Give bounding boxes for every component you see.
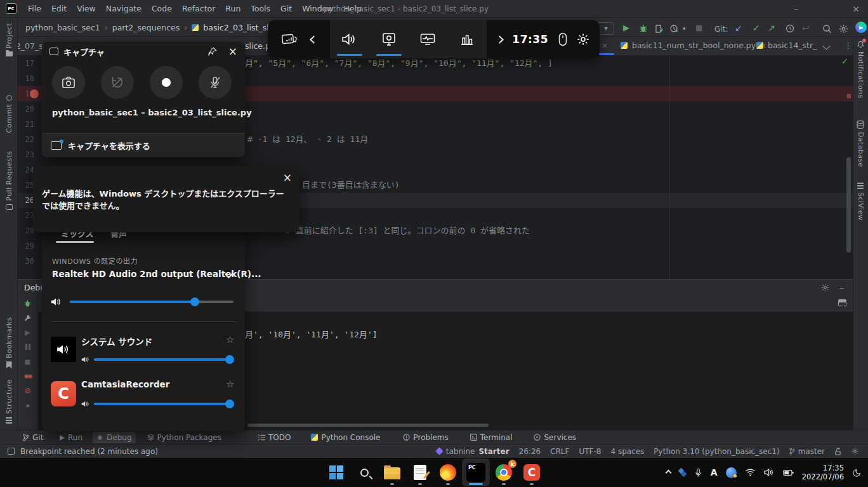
favorite-star-icon[interactable]: ☆ bbox=[226, 379, 234, 390]
widget-menu-icon[interactable] bbox=[281, 32, 298, 46]
search-everywhere-button[interactable] bbox=[822, 24, 832, 34]
stop-button[interactable]: ■ bbox=[695, 23, 702, 32]
close-button[interactable]: × bbox=[846, 0, 865, 18]
breadcrumb-project[interactable]: python_basic_sec1 bbox=[25, 23, 100, 32]
tray-sync-icon[interactable] bbox=[679, 469, 686, 476]
stripe-pull-requests[interactable]: Pull Requests bbox=[0, 151, 18, 210]
stripe-notifications[interactable]: Notifications bbox=[853, 40, 868, 98]
mic-muted-button[interactable] bbox=[199, 66, 232, 99]
toolbtn-python-packages[interactable]: Python Packages bbox=[143, 432, 225, 443]
wifi-icon[interactable] bbox=[745, 468, 756, 477]
toolbtn-problems[interactable]: Problems bbox=[399, 432, 452, 443]
run-config-dropdown[interactable]: ▾ bbox=[598, 22, 614, 35]
resume-program-icon[interactable]: ▶ bbox=[23, 328, 32, 337]
run-more-caret[interactable]: ▾ bbox=[683, 25, 686, 32]
file-encoding[interactable]: UTF-8 bbox=[579, 447, 601, 456]
git-push-button[interactable]: ↗ bbox=[768, 23, 775, 33]
run-button[interactable]: ▶ bbox=[623, 23, 629, 32]
caret-position[interactable]: 26:26 bbox=[519, 447, 541, 456]
stripe-commit[interactable]: Commit bbox=[0, 95, 18, 133]
taskbar-pycharm-button[interactable]: PC bbox=[462, 458, 490, 486]
favorite-star-icon[interactable]: ☆ bbox=[226, 334, 234, 346]
toolbtn-services[interactable]: Services bbox=[530, 432, 580, 443]
status-message[interactable]: Breakpoint reached (2 minutes ago) bbox=[20, 447, 158, 456]
stripe-bookmarks[interactable]: Bookmarks bbox=[0, 317, 18, 368]
menu-run[interactable]: Run bbox=[220, 0, 246, 18]
menu-refactor[interactable]: Refactor bbox=[177, 0, 220, 18]
readonly-lock-icon[interactable] bbox=[834, 448, 841, 455]
history-button[interactable] bbox=[786, 24, 794, 33]
capture-widget-header[interactable]: キャプチャ × bbox=[42, 42, 245, 61]
stripe-database[interactable]: Database bbox=[853, 120, 868, 167]
git-branch-widget[interactable]: master bbox=[789, 447, 825, 456]
mute-breakpoints-icon[interactable]: ⊘ bbox=[23, 386, 32, 395]
capture-widget-toggle[interactable] bbox=[369, 20, 409, 58]
record-last-30s-button[interactable] bbox=[101, 66, 134, 99]
tray-clock[interactable]: 17:35 2022/07/06 bbox=[802, 464, 844, 481]
console-horizontal-scrollbar[interactable] bbox=[247, 424, 489, 427]
battery-icon[interactable] bbox=[783, 469, 794, 477]
taskbar-search-button[interactable] bbox=[350, 458, 378, 486]
line-ending[interactable]: CRLF bbox=[550, 447, 569, 456]
toolbtn-todo[interactable]: TODO bbox=[254, 432, 294, 443]
pause-program-icon[interactable] bbox=[23, 342, 32, 351]
editor-vertical-scrollbar[interactable] bbox=[846, 157, 851, 252]
search-plugin-icon[interactable]: ▶ bbox=[855, 22, 867, 33]
menu-tools[interactable]: Tools bbox=[246, 0, 275, 18]
focus-assist-moon-icon[interactable] bbox=[852, 468, 862, 477]
tab-active-close[interactable]: × bbox=[602, 41, 608, 50]
rerun-debug-icon[interactable] bbox=[23, 299, 32, 308]
pin-icon[interactable] bbox=[208, 47, 217, 56]
modify-run-config-wrench-icon[interactable] bbox=[23, 313, 32, 322]
taskbar-camtasia-button[interactable]: C bbox=[518, 458, 546, 486]
toolbtn-git[interactable]: Git bbox=[19, 432, 47, 443]
master-volume-thumb[interactable] bbox=[190, 297, 199, 306]
panel-settings-gear-icon[interactable] bbox=[821, 283, 829, 292]
tabnine-widget[interactable]: tabnine Starter bbox=[437, 447, 510, 456]
run-coverage-button[interactable] bbox=[655, 24, 664, 33]
layout-settings-icon[interactable] bbox=[838, 299, 846, 306]
menu-git[interactable]: Git bbox=[275, 0, 297, 18]
tab-basic11[interactable]: basic11_num_str_bool_none.py × bbox=[621, 41, 766, 50]
status-gear-icon[interactable] bbox=[851, 447, 859, 455]
stripe-project[interactable]: Project bbox=[0, 23, 18, 56]
debug-button[interactable] bbox=[639, 24, 648, 33]
resources-widget-toggle[interactable] bbox=[447, 20, 487, 58]
panel-minimize-icon[interactable]: – bbox=[839, 282, 844, 292]
mouse-settings-icon[interactable] bbox=[558, 32, 567, 46]
toast-close-icon[interactable]: × bbox=[283, 171, 292, 184]
menu-navigate[interactable]: Navigate bbox=[101, 0, 147, 18]
ime-mode-icon[interactable]: A bbox=[711, 467, 718, 477]
start-recording-button[interactable] bbox=[150, 66, 183, 99]
indent-style[interactable]: 4 spaces bbox=[610, 447, 644, 456]
performance-widget-toggle[interactable] bbox=[409, 20, 448, 58]
python-interpreter[interactable]: Python 3.10 (python_basic_sec1) bbox=[654, 447, 779, 456]
tab-basic14[interactable]: basic14_str_arit bbox=[756, 41, 817, 50]
start-button[interactable] bbox=[322, 458, 350, 486]
settings-button[interactable] bbox=[839, 24, 848, 34]
tray-overflow-chevron-icon[interactable] bbox=[665, 469, 671, 476]
taskbar-firefox-button[interactable] bbox=[434, 458, 462, 486]
tab-options-kebab-icon[interactable]: ⋮ bbox=[844, 41, 852, 50]
git-commit-button[interactable]: ✓ bbox=[753, 23, 760, 33]
close-capture-icon[interactable]: × bbox=[228, 45, 237, 58]
stop-process-icon[interactable]: ■ bbox=[23, 357, 32, 366]
ime-sphere-icon[interactable] bbox=[726, 467, 737, 478]
breadcrumb-package[interactable]: part2_sequences bbox=[112, 23, 180, 32]
channel-volume-thumb[interactable] bbox=[225, 399, 234, 408]
gamebar-settings-gear-icon[interactable] bbox=[577, 33, 589, 46]
menu-code[interactable]: Code bbox=[147, 0, 177, 18]
pycharm-logo[interactable]: PC bbox=[6, 3, 16, 14]
view-breakpoints-icon[interactable]: ◉◉ bbox=[23, 372, 32, 380]
breakpoint-dot[interactable] bbox=[30, 89, 39, 98]
tray-microphone-icon[interactable] bbox=[694, 467, 702, 478]
channel-volume-thumb[interactable] bbox=[225, 355, 234, 364]
show-captures-button[interactable]: キャプチャを表示する bbox=[42, 133, 245, 157]
taskbar-chrome-button[interactable]: k bbox=[490, 458, 518, 486]
toolbtn-debug[interactable]: Debug bbox=[93, 432, 135, 443]
more-actions-chevrons[interactable]: » bbox=[23, 401, 32, 410]
taskbar-explorer-button[interactable] bbox=[378, 458, 406, 486]
audio-widget-toggle[interactable] bbox=[330, 20, 369, 58]
menu-view[interactable]: View bbox=[72, 0, 101, 18]
stripe-structure[interactable]: Structure bbox=[0, 379, 18, 424]
